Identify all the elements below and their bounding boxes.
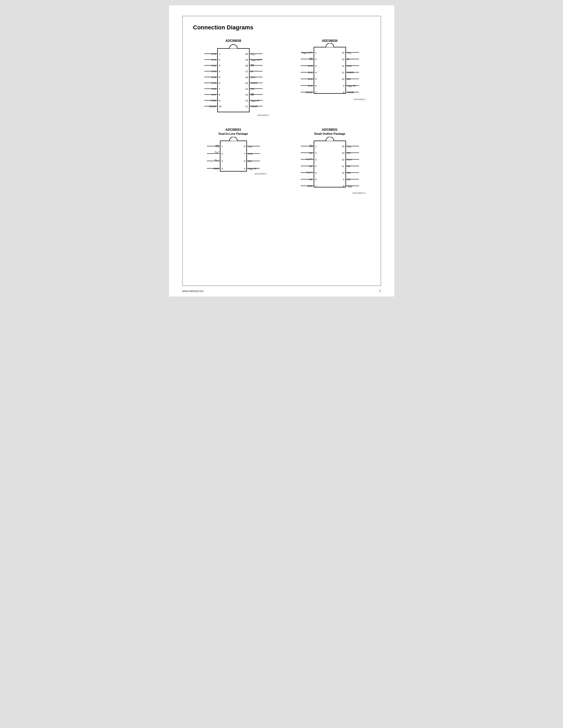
svg-text:CLK: CLK	[347, 158, 352, 161]
svg-text:14: 14	[245, 88, 248, 90]
svg-text:VCC: VCC	[248, 145, 252, 148]
svg-text:CH5: CH5	[211, 82, 216, 84]
ic-diagram-adc08038: CH0 1 CH1 2 CH2 3 CH3 4 CH4	[196, 43, 270, 117]
svg-text:CH7: CH7	[211, 93, 216, 96]
svg-text:5: 5	[315, 172, 317, 174]
svg-text:VIN: VIN	[214, 159, 218, 161]
page-footer: www.national.com 2	[182, 290, 381, 293]
svg-text:7: 7	[315, 185, 317, 187]
svg-text:DS010555-5: DS010555-5	[254, 173, 266, 175]
svg-text:CH4: CH4	[211, 76, 216, 79]
svg-text:2: 2	[315, 152, 317, 154]
svg-text:4: 4	[219, 70, 220, 73]
svg-text:NC: NC	[347, 178, 351, 181]
svg-text:VCC: VCC	[347, 51, 351, 54]
svg-text:6: 6	[219, 82, 220, 84]
svg-text:DO: DO	[248, 160, 252, 163]
diagrams-grid: ADC08038 CH0 1 CH1 2	[193, 39, 370, 195]
svg-text:19: 19	[245, 59, 248, 61]
svg-text:1: 1	[221, 145, 223, 148]
diagram-title-adc08031-dil: ADC08031	[225, 128, 241, 132]
svg-text:VREF OUT: VREF OUT	[302, 51, 313, 54]
svg-text:VIN: VIN	[214, 151, 218, 154]
svg-text:−: −	[218, 159, 220, 161]
svg-text:2: 2	[315, 58, 317, 61]
svg-rect-134	[314, 141, 346, 187]
svg-text:CS: CS	[250, 64, 254, 67]
svg-text:6: 6	[315, 84, 317, 87]
svg-text:NC: NC	[309, 152, 313, 154]
svg-text:NC: NC	[347, 152, 351, 154]
svg-text:4: 4	[315, 71, 317, 74]
page: Connection Diagrams ADC08038 CH0 1	[169, 5, 394, 296]
svg-text:5: 5	[315, 78, 317, 80]
svg-text:13: 13	[245, 93, 248, 96]
svg-text:10: 10	[342, 78, 344, 80]
svg-text:20: 20	[245, 53, 248, 55]
page-title: Connection Diagrams	[193, 24, 370, 31]
svg-rect-62	[314, 47, 346, 93]
svg-text:CH0: CH0	[211, 53, 216, 55]
svg-text:SARS: SARS	[347, 71, 354, 74]
svg-text:DS010555-31: DS010555-31	[352, 192, 366, 194]
svg-text:15: 15	[245, 82, 248, 84]
svg-text:16: 16	[245, 76, 248, 79]
svg-text:CS: CS	[309, 145, 313, 148]
svg-text:8: 8	[343, 91, 344, 94]
svg-text:13: 13	[342, 152, 344, 154]
ic-diagram-adc08031-so: CS 1 NC 2 VIN(+) 3 NC 4 VIN(−) 5 NC	[293, 137, 367, 195]
svg-text:COM: COM	[211, 99, 216, 102]
svg-text:AGND: AGND	[250, 105, 258, 108]
svg-text:3: 3	[221, 160, 223, 163]
svg-text:9: 9	[343, 178, 344, 181]
svg-text:9: 9	[343, 84, 344, 87]
svg-text:3: 3	[315, 65, 317, 67]
svg-text:GND: GND	[307, 185, 313, 187]
svg-text:1: 1	[315, 145, 317, 148]
svg-text:2: 2	[219, 59, 220, 61]
svg-text:SE: SE	[250, 93, 254, 96]
svg-text:CH0: CH0	[308, 65, 313, 67]
svg-text:13: 13	[342, 58, 344, 61]
svg-text:VREF IN: VREF IN	[248, 167, 256, 170]
svg-text:VREF OUT: VREF OUT	[250, 59, 262, 61]
svg-text:DS010555-2: DS010555-2	[257, 114, 269, 116]
svg-text:VREF IN: VREF IN	[347, 84, 356, 87]
svg-text:SARS: SARS	[250, 82, 257, 84]
ic-diagram-adc08031-dil: CS 1 VIN + 2 VIN − 3 GND 4 8 VC	[199, 137, 268, 175]
svg-text:VIN(−): VIN(−)	[306, 171, 312, 174]
svg-text:CH2: CH2	[308, 78, 313, 80]
ic-diagram-adc08034: VREF OUT 1 CS 2 CH0 3 CH1 4 CH2 5 CH3	[293, 43, 367, 101]
svg-text:7: 7	[315, 91, 317, 94]
svg-text:8: 8	[244, 145, 245, 148]
svg-text:CS: CS	[215, 145, 219, 148]
diagram-adc08038: ADC08038 CH0 1 CH1 2	[193, 39, 274, 117]
svg-text:11: 11	[245, 105, 248, 108]
svg-text:10: 10	[342, 172, 344, 174]
svg-rect-0	[217, 48, 249, 112]
footer-page: 2	[380, 290, 381, 293]
svg-text:DGND: DGND	[209, 105, 216, 108]
svg-text:1: 1	[315, 51, 317, 54]
svg-text:10: 10	[219, 105, 221, 108]
diagram-title-adc08038: ADC08038	[225, 39, 241, 43]
svg-text:DI: DI	[250, 70, 253, 73]
svg-text:6: 6	[315, 178, 317, 181]
svg-text:CLK: CLK	[248, 152, 253, 155]
svg-text:1: 1	[219, 53, 220, 55]
svg-text:DI: DI	[347, 58, 350, 61]
svg-rect-106	[220, 141, 247, 171]
diagram-title-adc08034: ADC08034	[322, 39, 338, 43]
svg-text:DO: DO	[347, 172, 351, 174]
svg-text:4: 4	[221, 167, 223, 170]
diagram-subtitle-adc08031-so: Small Outline Package	[314, 132, 346, 135]
svg-text:5: 5	[244, 167, 245, 170]
svg-text:VIN(+): VIN(+)	[306, 158, 312, 160]
svg-text:CH6: CH6	[211, 88, 216, 90]
svg-text:2: 2	[221, 152, 223, 155]
diagram-adc08031-dil: ADC08031 Dual-In-Line Package CS 1 VIN +…	[193, 128, 274, 195]
svg-text:11: 11	[342, 165, 344, 168]
svg-text:GND: GND	[213, 167, 219, 170]
diagram-title-adc08031-so: ADC08031	[322, 128, 338, 132]
page-border: Connection Diagrams ADC08038 CH0 1	[182, 16, 381, 286]
